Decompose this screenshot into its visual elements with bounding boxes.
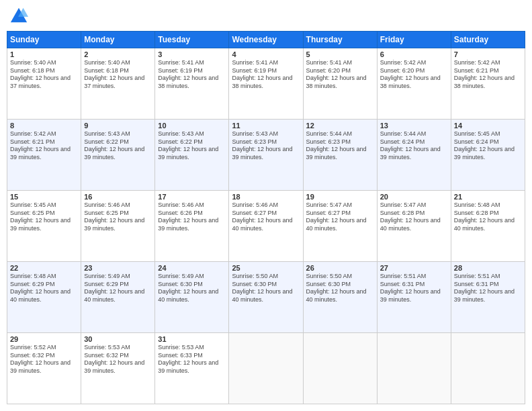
week-row-3: 15 Sunrise: 5:45 AM Sunset: 6:25 PM Dayl… <box>7 191 525 262</box>
day-number: 4 <box>232 50 300 58</box>
day-cell <box>229 333 303 404</box>
day-header-sunday: Sunday <box>7 32 81 48</box>
day-number: 19 <box>306 193 374 201</box>
day-info: Sunrise: 5:42 AM Sunset: 6:20 PM Dayligh… <box>380 59 448 91</box>
day-number: 24 <box>158 264 226 272</box>
day-cell: 9 Sunrise: 5:43 AM Sunset: 6:22 PM Dayli… <box>81 120 155 191</box>
day-info: Sunrise: 5:47 AM Sunset: 6:28 PM Dayligh… <box>380 201 448 233</box>
day-number: 6 <box>380 50 448 58</box>
day-number: 30 <box>84 335 152 343</box>
day-cell: 21 Sunrise: 5:48 AM Sunset: 6:28 PM Dayl… <box>451 191 525 262</box>
day-info: Sunrise: 5:46 AM Sunset: 6:26 PM Dayligh… <box>158 201 226 233</box>
day-header-monday: Monday <box>81 32 155 48</box>
day-number: 29 <box>10 335 78 343</box>
day-header-tuesday: Tuesday <box>155 32 229 48</box>
day-header-thursday: Thursday <box>303 32 377 48</box>
day-info: Sunrise: 5:46 AM Sunset: 6:27 PM Dayligh… <box>232 201 300 233</box>
day-number: 12 <box>306 122 374 130</box>
day-cell <box>451 333 525 404</box>
day-info: Sunrise: 5:44 AM Sunset: 6:23 PM Dayligh… <box>306 130 374 162</box>
day-number: 5 <box>306 50 374 58</box>
day-cell: 15 Sunrise: 5:45 AM Sunset: 6:25 PM Dayl… <box>7 191 81 262</box>
day-cell: 14 Sunrise: 5:45 AM Sunset: 6:24 PM Dayl… <box>451 120 525 191</box>
day-info: Sunrise: 5:48 AM Sunset: 6:29 PM Dayligh… <box>10 273 78 304</box>
day-cell: 11 Sunrise: 5:43 AM Sunset: 6:23 PM Dayl… <box>229 120 303 191</box>
day-info: Sunrise: 5:48 AM Sunset: 6:28 PM Dayligh… <box>454 201 522 233</box>
calendar-table: SundayMondayTuesdayWednesdayThursdayFrid… <box>7 31 525 404</box>
day-info: Sunrise: 5:50 AM Sunset: 6:30 PM Dayligh… <box>232 273 300 304</box>
day-info: Sunrise: 5:42 AM Sunset: 6:21 PM Dayligh… <box>454 59 522 91</box>
day-cell: 27 Sunrise: 5:51 AM Sunset: 6:31 PM Dayl… <box>377 262 451 333</box>
day-number: 18 <box>232 193 300 201</box>
day-info: Sunrise: 5:52 AM Sunset: 6:32 PM Dayligh… <box>10 344 78 375</box>
day-number: 7 <box>454 50 522 58</box>
day-cell: 8 Sunrise: 5:42 AM Sunset: 6:21 PM Dayli… <box>7 120 81 191</box>
day-cell: 30 Sunrise: 5:53 AM Sunset: 6:32 PM Dayl… <box>81 333 155 404</box>
week-row-2: 8 Sunrise: 5:42 AM Sunset: 6:21 PM Dayli… <box>7 120 525 191</box>
day-number: 28 <box>454 264 522 272</box>
day-cell: 20 Sunrise: 5:47 AM Sunset: 6:28 PM Dayl… <box>377 191 451 262</box>
day-header-wednesday: Wednesday <box>229 32 303 48</box>
day-cell: 6 Sunrise: 5:42 AM Sunset: 6:20 PM Dayli… <box>377 48 451 120</box>
calendar-header-row: SundayMondayTuesdayWednesdayThursdayFrid… <box>7 32 525 48</box>
day-info: Sunrise: 5:51 AM Sunset: 6:31 PM Dayligh… <box>380 273 448 304</box>
day-info: Sunrise: 5:49 AM Sunset: 6:30 PM Dayligh… <box>158 273 226 304</box>
day-info: Sunrise: 5:49 AM Sunset: 6:29 PM Dayligh… <box>84 273 152 304</box>
week-row-5: 29 Sunrise: 5:52 AM Sunset: 6:32 PM Dayl… <box>7 333 525 404</box>
day-number: 31 <box>158 335 226 343</box>
day-number: 15 <box>10 193 78 201</box>
day-number: 27 <box>380 264 448 272</box>
day-number: 23 <box>84 264 152 272</box>
day-number: 26 <box>306 264 374 272</box>
day-cell: 10 Sunrise: 5:43 AM Sunset: 6:22 PM Dayl… <box>155 120 229 191</box>
day-info: Sunrise: 5:51 AM Sunset: 6:31 PM Dayligh… <box>454 273 522 304</box>
day-cell: 4 Sunrise: 5:41 AM Sunset: 6:19 PM Dayli… <box>229 48 303 120</box>
day-info: Sunrise: 5:41 AM Sunset: 6:19 PM Dayligh… <box>232 59 300 91</box>
day-info: Sunrise: 5:41 AM Sunset: 6:19 PM Dayligh… <box>158 59 226 91</box>
day-info: Sunrise: 5:45 AM Sunset: 6:24 PM Dayligh… <box>454 130 522 162</box>
day-number: 13 <box>380 122 448 130</box>
day-cell: 31 Sunrise: 5:53 AM Sunset: 6:33 PM Dayl… <box>155 333 229 404</box>
day-cell: 5 Sunrise: 5:41 AM Sunset: 6:20 PM Dayli… <box>303 48 377 120</box>
day-cell: 3 Sunrise: 5:41 AM Sunset: 6:19 PM Dayli… <box>155 48 229 120</box>
day-header-saturday: Saturday <box>451 32 525 48</box>
day-info: Sunrise: 5:40 AM Sunset: 6:18 PM Dayligh… <box>10 59 78 91</box>
day-number: 22 <box>10 264 78 272</box>
day-cell: 18 Sunrise: 5:46 AM Sunset: 6:27 PM Dayl… <box>229 191 303 262</box>
day-number: 20 <box>380 193 448 201</box>
day-number: 25 <box>232 264 300 272</box>
day-number: 8 <box>10 122 78 130</box>
page: SundayMondayTuesdayWednesdayThursdayFrid… <box>0 0 532 411</box>
day-cell: 1 Sunrise: 5:40 AM Sunset: 6:18 PM Dayli… <box>7 48 81 120</box>
day-cell: 7 Sunrise: 5:42 AM Sunset: 6:21 PM Dayli… <box>451 48 525 120</box>
logo-icon <box>9 7 28 26</box>
day-info: Sunrise: 5:46 AM Sunset: 6:25 PM Dayligh… <box>84 201 152 233</box>
day-cell: 2 Sunrise: 5:40 AM Sunset: 6:18 PM Dayli… <box>81 48 155 120</box>
day-number: 3 <box>158 50 226 58</box>
day-cell: 29 Sunrise: 5:52 AM Sunset: 6:32 PM Dayl… <box>7 333 81 404</box>
day-info: Sunrise: 5:44 AM Sunset: 6:24 PM Dayligh… <box>380 130 448 162</box>
day-info: Sunrise: 5:42 AM Sunset: 6:21 PM Dayligh… <box>10 130 78 162</box>
day-number: 9 <box>84 122 152 130</box>
day-number: 17 <box>158 193 226 201</box>
day-number: 11 <box>232 122 300 130</box>
day-header-friday: Friday <box>377 32 451 48</box>
day-info: Sunrise: 5:47 AM Sunset: 6:27 PM Dayligh… <box>306 201 374 233</box>
week-row-1: 1 Sunrise: 5:40 AM Sunset: 6:18 PM Dayli… <box>7 48 525 120</box>
day-cell: 24 Sunrise: 5:49 AM Sunset: 6:30 PM Dayl… <box>155 262 229 333</box>
day-number: 16 <box>84 193 152 201</box>
day-cell: 28 Sunrise: 5:51 AM Sunset: 6:31 PM Dayl… <box>451 262 525 333</box>
day-cell: 22 Sunrise: 5:48 AM Sunset: 6:29 PM Dayl… <box>7 262 81 333</box>
day-cell: 17 Sunrise: 5:46 AM Sunset: 6:26 PM Dayl… <box>155 191 229 262</box>
day-number: 10 <box>158 122 226 130</box>
day-cell <box>377 333 451 404</box>
day-cell: 26 Sunrise: 5:50 AM Sunset: 6:30 PM Dayl… <box>303 262 377 333</box>
logo <box>9 7 31 26</box>
day-info: Sunrise: 5:53 AM Sunset: 6:33 PM Dayligh… <box>158 344 226 375</box>
day-info: Sunrise: 5:45 AM Sunset: 6:25 PM Dayligh… <box>10 201 78 233</box>
day-info: Sunrise: 5:50 AM Sunset: 6:30 PM Dayligh… <box>306 273 374 304</box>
day-cell <box>303 333 377 404</box>
day-info: Sunrise: 5:53 AM Sunset: 6:32 PM Dayligh… <box>84 344 152 375</box>
day-info: Sunrise: 5:40 AM Sunset: 6:18 PM Dayligh… <box>84 59 152 91</box>
day-cell: 23 Sunrise: 5:49 AM Sunset: 6:29 PM Dayl… <box>81 262 155 333</box>
